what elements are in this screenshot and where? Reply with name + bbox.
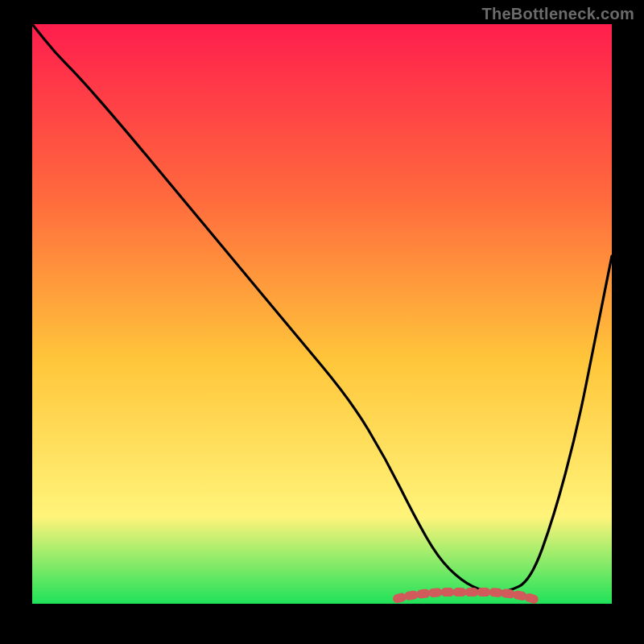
plot-area (32, 24, 612, 604)
gradient-background (32, 24, 612, 604)
bottleneck-chart-svg (32, 24, 612, 604)
watermark-text: TheBottleneck.com (481, 5, 634, 23)
chart-container: TheBottleneck.com (0, 0, 644, 644)
